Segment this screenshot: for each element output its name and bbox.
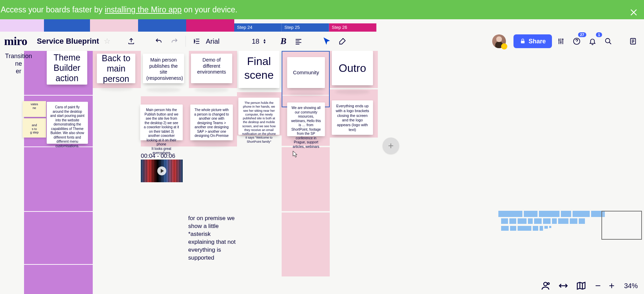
indent-button[interactable] bbox=[190, 34, 204, 48]
desc-text: The whole picture with a person is chang… bbox=[194, 108, 229, 138]
card-theme-builder[interactable]: Theme Builder action bbox=[47, 51, 87, 85]
card-shadow bbox=[289, 91, 324, 96]
zoom-group: − + 34% bbox=[594, 280, 641, 291]
minimap-viewport[interactable] bbox=[601, 211, 642, 240]
card-publish[interactable]: Main person publishes the site (responsi… bbox=[143, 54, 184, 83]
canvas-controls: − + 34% bbox=[540, 279, 641, 293]
bold-button[interactable]: B bbox=[277, 36, 290, 46]
desc-text: Main person hits the Publish button and … bbox=[144, 108, 179, 155]
star-board-button[interactable]: ☆ bbox=[104, 37, 111, 46]
undo-button[interactable] bbox=[152, 34, 166, 48]
font-size-stepper[interactable]: ▲ ▼ bbox=[263, 39, 266, 44]
install-app-link[interactable]: installing the Miro app bbox=[105, 5, 182, 14]
svg-point-10 bbox=[547, 283, 549, 284]
desc-demo[interactable]: The whole picture with a person is chang… bbox=[190, 105, 233, 140]
swimlane-header-blue bbox=[44, 19, 90, 32]
card-shadow bbox=[291, 138, 322, 143]
desc-outro[interactable]: Everything ends up with a logo brackets … bbox=[332, 100, 373, 135]
step-26-tab[interactable]: Step 26 bbox=[329, 23, 376, 32]
video-thumbnail[interactable] bbox=[141, 160, 183, 182]
redo-button[interactable] bbox=[168, 34, 181, 48]
swimlane-header-strip: Step 24 Step 25 Step 26 bbox=[0, 19, 376, 32]
swimlane-header-magenta bbox=[186, 19, 234, 32]
svg-point-2 bbox=[606, 39, 610, 43]
pen-tool-button[interactable] bbox=[336, 34, 349, 48]
swimlane-header-rose bbox=[90, 19, 138, 32]
svg-rect-0 bbox=[521, 41, 525, 44]
card-label: Main person publishes the site (responsi… bbox=[146, 57, 183, 81]
export-button[interactable] bbox=[124, 34, 138, 48]
svg-point-9 bbox=[544, 282, 547, 286]
swimlane-header-blue2 bbox=[138, 19, 186, 32]
purple-swimlane bbox=[24, 51, 93, 294]
user-cursors-button[interactable] bbox=[540, 281, 551, 291]
rose-cell bbox=[282, 213, 330, 276]
logo[interactable]: miro bbox=[4, 35, 27, 48]
card-shadow bbox=[240, 91, 278, 96]
share-button[interactable]: Share bbox=[513, 34, 552, 48]
desc-publish[interactable]: Main person hits the Publish button and … bbox=[140, 105, 183, 140]
step-24-tab[interactable]: Step 24 bbox=[234, 23, 282, 32]
banner-text-suffix: on your device. bbox=[182, 5, 237, 14]
fit-content-button[interactable] bbox=[558, 281, 568, 291]
desc-theme[interactable]: Cans of paint fly around the desktop and… bbox=[47, 102, 88, 144]
note-paragraph[interactable]: for on premise we show a little *asteris… bbox=[188, 215, 236, 262]
play-icon bbox=[157, 166, 166, 175]
board-canvas[interactable]: Transition ne er vatesne ands tog step T… bbox=[0, 51, 644, 294]
map-toggle-button[interactable] bbox=[576, 281, 586, 291]
avatar-wrap[interactable]: ⚡ bbox=[492, 34, 506, 48]
card-community[interactable]: Community bbox=[287, 57, 325, 88]
share-button-label: Share bbox=[529, 38, 546, 45]
card-label: Final scene bbox=[244, 55, 273, 81]
card-label: Outro bbox=[339, 61, 366, 75]
row-label-transition: Transition ne er bbox=[1, 52, 36, 75]
minimap[interactable] bbox=[498, 211, 643, 240]
card-shadow bbox=[144, 142, 179, 147]
help-badge: 27 bbox=[578, 32, 586, 37]
card-outro[interactable]: Outro bbox=[332, 51, 373, 85]
settings-button[interactable] bbox=[554, 34, 568, 48]
help-button[interactable]: 27 bbox=[570, 34, 584, 48]
desc-text: Everything ends up with a logo brackets … bbox=[336, 104, 369, 132]
zoom-out-button[interactable]: − bbox=[594, 280, 602, 291]
notifications-button[interactable]: 1 bbox=[586, 34, 599, 48]
desc-text: The person holds the phone in her hands,… bbox=[242, 101, 276, 143]
sticky-note-partial-2[interactable]: ands tog step bbox=[23, 118, 46, 138]
cursor-tool-button[interactable] bbox=[320, 34, 334, 48]
card-label: Community bbox=[293, 69, 319, 76]
banner-text-prefix: Access your boards faster by bbox=[1, 5, 105, 14]
lane-divider bbox=[24, 211, 93, 212]
close-banner-button[interactable] bbox=[629, 5, 639, 14]
font-family-select[interactable]: Arial bbox=[206, 37, 244, 45]
row-label-column: Transition ne er bbox=[1, 51, 36, 75]
card-final-scene[interactable]: Final scene bbox=[238, 51, 280, 88]
desc-final[interactable]: The person holds the phone in her hands,… bbox=[238, 98, 280, 135]
zoom-level[interactable]: 34% bbox=[621, 282, 641, 290]
search-button[interactable] bbox=[601, 34, 615, 48]
card-shadow bbox=[146, 87, 181, 92]
card-shadow bbox=[194, 87, 229, 92]
card-shadow bbox=[100, 86, 133, 91]
lane-divider bbox=[24, 95, 93, 96]
align-left-button[interactable] bbox=[292, 34, 305, 48]
desc-text: Cans of paint fly around the desktop and… bbox=[50, 105, 84, 148]
card-label: Theme Builder action bbox=[54, 52, 80, 83]
step-25-tab[interactable]: Step 25 bbox=[282, 23, 329, 32]
swimlane-header-purple bbox=[0, 19, 44, 32]
timecode: 00:04 - 00:06 bbox=[141, 153, 175, 160]
font-size-down-icon[interactable]: ▼ bbox=[263, 41, 266, 44]
card-shadow bbox=[194, 142, 229, 147]
card-back-main[interactable]: Back to main person bbox=[97, 54, 135, 83]
sticky-note-partial-1[interactable]: vatesne bbox=[23, 101, 46, 117]
notes-panel-button[interactable] bbox=[626, 34, 640, 48]
font-size-input[interactable]: 18 bbox=[246, 37, 259, 45]
notifications-badge: 1 bbox=[596, 32, 602, 37]
board-title[interactable]: Service Blueprint bbox=[37, 37, 99, 46]
card-label: Back to main person bbox=[102, 53, 130, 84]
card-demo-env[interactable]: Demo of different environments bbox=[191, 54, 232, 83]
zoom-in-button[interactable]: + bbox=[608, 280, 616, 291]
lane-divider bbox=[24, 264, 93, 265]
add-card-button[interactable]: + bbox=[383, 138, 399, 154]
canvas-cursor bbox=[293, 151, 297, 157]
desc-community[interactable]: We are showing all our community resourc… bbox=[287, 102, 325, 136]
